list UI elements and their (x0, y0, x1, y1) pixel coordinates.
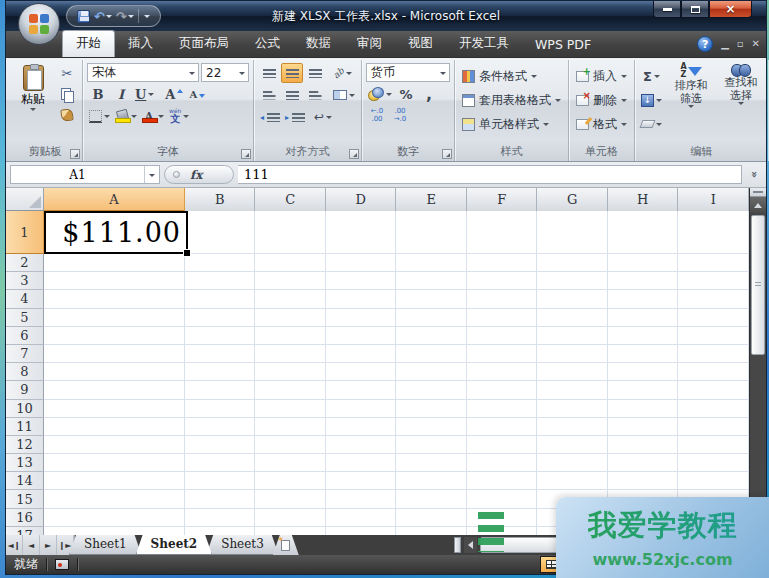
font-dialog-launcher[interactable] (241, 149, 251, 159)
cell-A16[interactable] (44, 509, 185, 527)
cell-E3[interactable] (396, 272, 467, 290)
cell-F3[interactable] (467, 272, 538, 290)
cell-F9[interactable] (467, 381, 538, 399)
cell-B14[interactable] (185, 472, 256, 490)
underline-button[interactable]: U (133, 84, 156, 104)
borders-button[interactable] (87, 106, 112, 126)
font-color-button[interactable]: A (140, 106, 166, 126)
ribbon-tab-插入[interactable]: 插入 (115, 31, 166, 57)
cell-B7[interactable] (185, 345, 256, 363)
cell-G12[interactable] (537, 436, 608, 454)
cell-B1[interactable] (185, 211, 256, 254)
cell-D11[interactable] (326, 418, 397, 436)
row-header-7[interactable]: 7 (6, 345, 44, 363)
cell-G6[interactable] (537, 327, 608, 345)
alignment-dialog-launcher[interactable] (349, 149, 359, 159)
first-sheet-button[interactable]: ◄❙ (6, 535, 23, 555)
cell-F15[interactable] (467, 490, 538, 508)
cell-C8[interactable] (255, 363, 326, 381)
sort-filter-button[interactable]: AZ 排序和筛选 (668, 63, 714, 134)
ribbon-tab-视图[interactable]: 视图 (395, 31, 446, 57)
chevron-down-icon[interactable] (183, 115, 189, 118)
insert-function-button[interactable]: fx (190, 168, 202, 182)
cell-D13[interactable] (326, 454, 397, 472)
cell-A10[interactable] (44, 400, 185, 418)
autosum-button[interactable]: Σ (639, 66, 664, 86)
font-size-select[interactable]: 22 (201, 63, 249, 82)
phonetic-button[interactable]: wén文 (167, 106, 191, 126)
row-header-5[interactable]: 5 (6, 309, 44, 327)
increase-decimal-button[interactable]: ←.0 .00 (366, 106, 388, 126)
cell-F13[interactable] (467, 454, 538, 472)
row-header-13[interactable]: 13 (6, 454, 44, 472)
column-header-H[interactable]: H (608, 188, 679, 211)
minimize-button[interactable] (653, 1, 681, 18)
scroll-left-button[interactable] (464, 537, 477, 553)
cell-E7[interactable] (396, 345, 467, 363)
close-button[interactable]: × (709, 1, 752, 18)
cell-F5[interactable] (467, 309, 538, 327)
cell-I9[interactable] (678, 381, 749, 399)
cell-C14[interactable] (255, 472, 326, 490)
chevron-down-icon[interactable] (158, 115, 164, 118)
cell-A14[interactable] (44, 472, 185, 490)
row-header-9[interactable]: 9 (6, 381, 44, 399)
paste-button[interactable]: 粘贴 (12, 63, 54, 125)
cell-B2[interactable] (185, 254, 256, 272)
align-bottom-button[interactable] (304, 63, 326, 83)
cell-D17[interactable] (326, 527, 397, 535)
cell-B4[interactable] (185, 290, 256, 308)
cell-F12[interactable] (467, 436, 538, 454)
number-format-select[interactable]: 货币 (366, 63, 450, 82)
ribbon-tab-数据[interactable]: 数据 (293, 31, 344, 57)
cell-C4[interactable] (255, 290, 326, 308)
chevron-down-icon[interactable] (326, 116, 332, 119)
cell-C7[interactable] (255, 345, 326, 363)
select-all-button[interactable] (6, 188, 44, 210)
cell-E9[interactable] (396, 381, 467, 399)
row-header-15[interactable]: 15 (6, 490, 44, 508)
ribbon-tab-审阅[interactable]: 审阅 (344, 31, 395, 57)
cell-E14[interactable] (396, 472, 467, 490)
cell-C2[interactable] (255, 254, 326, 272)
percent-style-button[interactable]: % (395, 84, 417, 104)
cell-H13[interactable] (608, 454, 679, 472)
column-header-F[interactable]: F (467, 188, 538, 211)
cell-D14[interactable] (326, 472, 397, 490)
cell-D7[interactable] (326, 345, 397, 363)
chevron-down-icon[interactable] (149, 174, 155, 177)
selected-cell-a1[interactable]: $111.00 (44, 211, 188, 254)
chevron-down-icon[interactable] (656, 123, 662, 126)
decrease-font-button[interactable]: A (186, 84, 208, 104)
cell-D15[interactable] (326, 490, 397, 508)
cell-H9[interactable] (608, 381, 679, 399)
cell-C17[interactable] (255, 527, 326, 535)
cell-E4[interactable] (396, 290, 467, 308)
cell-E6[interactable] (396, 327, 467, 345)
sheet-tab-sheet2[interactable]: Sheet2 (136, 535, 213, 555)
font-name-select[interactable]: 宋体 (87, 63, 199, 82)
cell-C12[interactable] (255, 436, 326, 454)
cell-E17[interactable] (396, 527, 467, 535)
cell-E12[interactable] (396, 436, 467, 454)
cell-A15[interactable] (44, 490, 185, 508)
fill-button[interactable]: ↓ (639, 90, 664, 110)
conditional-formatting-button[interactable]: 条件格式 (459, 66, 564, 86)
cell-G4[interactable] (537, 290, 608, 308)
cell-B3[interactable] (185, 272, 256, 290)
row-header-17[interactable]: 17 (6, 527, 44, 535)
column-header-B[interactable]: B (185, 188, 256, 211)
chevron-down-icon[interactable] (656, 99, 662, 102)
cell-H14[interactable] (608, 472, 679, 490)
align-top-button[interactable] (258, 63, 280, 83)
ribbon-tab-开始[interactable]: 开始 (62, 30, 115, 57)
ribbon-minimize-button[interactable]: ▁ (721, 39, 729, 49)
chevron-down-icon[interactable] (349, 94, 355, 97)
cell-H1[interactable] (608, 211, 679, 254)
cell-B17[interactable] (185, 527, 256, 535)
cell-G8[interactable] (537, 363, 608, 381)
cell-H6[interactable] (608, 327, 679, 345)
cell-B13[interactable] (185, 454, 256, 472)
name-box[interactable]: A1 (10, 165, 160, 184)
clipboard-dialog-launcher[interactable] (70, 149, 80, 159)
